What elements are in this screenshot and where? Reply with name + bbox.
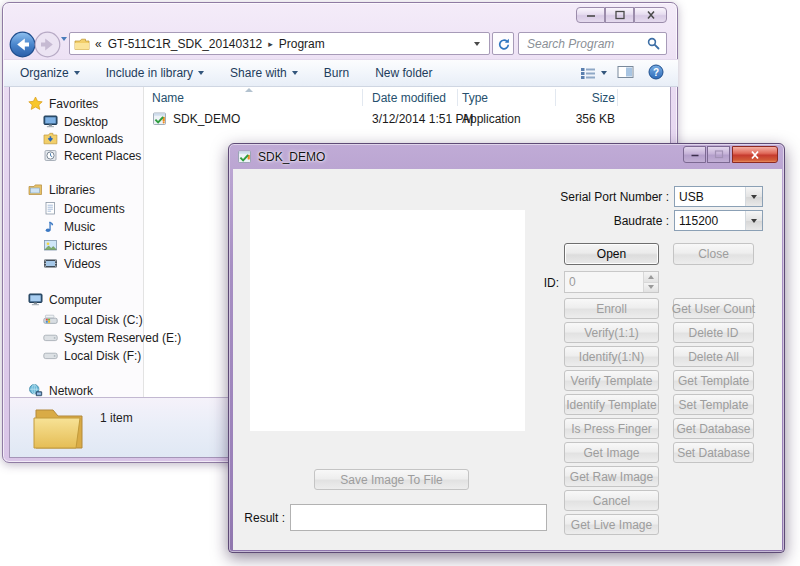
result-textbox[interactable] — [290, 504, 547, 531]
forward-button[interactable] — [34, 31, 61, 58]
serial-port-label: Serial Port Number : — [483, 190, 669, 204]
sidebar-item-pictures[interactable]: Pictures — [43, 237, 107, 254]
new-folder-button[interactable]: New folder — [375, 66, 432, 80]
get-image-button[interactable]: Get Image — [564, 442, 659, 463]
application-icon — [237, 149, 252, 164]
music-note-icon — [43, 219, 58, 234]
include-in-library-menu[interactable]: Include in library — [106, 66, 204, 80]
recent-pages-dropdown-icon[interactable] — [61, 41, 67, 59]
column-header-name[interactable]: Name — [152, 87, 184, 108]
minimize-icon[interactable] — [683, 146, 706, 163]
breadcrumb-current[interactable]: Program — [279, 37, 325, 51]
verify-template-button[interactable]: Verify Template — [564, 370, 659, 391]
sidebar-item-videos[interactable]: Videos — [43, 255, 100, 272]
big-folder-icon — [30, 404, 88, 452]
breadcrumb-separator-icon[interactable]: ▸ — [268, 39, 273, 49]
get-template-button[interactable]: Get Template — [673, 370, 754, 391]
navigation-pane: Favorites Desktop Downloads Recent Place… — [10, 87, 144, 397]
file-size: 356 KB — [544, 109, 615, 128]
preview-pane-button[interactable] — [617, 65, 634, 82]
desktop: « GT-511C1R_SDK_20140312 ▸ Program Organ… — [0, 0, 800, 566]
sort-ascending-icon — [245, 88, 253, 92]
disk-icon — [43, 348, 58, 363]
star-icon — [28, 96, 43, 111]
file-type: Application — [462, 109, 521, 128]
maximize-icon[interactable] — [605, 7, 634, 23]
sidebar-item-favorites[interactable]: Favorites — [28, 95, 98, 112]
minimize-icon[interactable] — [576, 7, 605, 23]
enroll-button[interactable]: Enroll — [564, 298, 659, 319]
get-raw-image-button[interactable]: Get Raw Image — [564, 466, 659, 487]
maximize-icon — [707, 146, 730, 163]
close-icon[interactable] — [634, 7, 667, 23]
sidebar-item-local-disk-f[interactable]: Local Disk (F:) — [43, 347, 141, 364]
delete-id-button[interactable]: Delete ID — [673, 322, 754, 343]
sidebar-item-desktop[interactable]: Desktop — [43, 113, 108, 130]
chevron-down-icon[interactable] — [745, 187, 762, 206]
verify-button[interactable]: Verify(1:1) — [564, 322, 659, 343]
burn-button[interactable]: Burn — [324, 66, 349, 80]
sidebar-item-libraries[interactable]: Libraries — [28, 181, 95, 198]
refresh-icon — [496, 37, 510, 51]
get-user-count-button[interactable]: Get User Count — [673, 298, 754, 319]
spinner-up-icon[interactable] — [644, 272, 658, 283]
recent-places-icon — [43, 148, 58, 163]
sidebar-item-documents[interactable]: Documents — [43, 200, 125, 217]
refresh-button[interactable] — [492, 32, 514, 55]
baudrate-combobox[interactable]: 115200 — [674, 210, 763, 231]
help-button[interactable]: ? — [648, 64, 664, 83]
set-template-button[interactable]: Set Template — [673, 394, 754, 415]
share-with-menu[interactable]: Share with — [230, 66, 298, 80]
network-icon — [28, 383, 43, 398]
film-icon — [43, 256, 58, 271]
search-icon[interactable] — [647, 37, 660, 50]
save-image-to-file-button[interactable]: Save Image To File — [314, 469, 469, 490]
id-label: ID: — [523, 276, 559, 290]
id-spinner[interactable]: 0 — [564, 271, 659, 293]
sidebar-item-local-disk-c[interactable]: Local Disk (C:) — [43, 311, 143, 328]
identify-template-button[interactable]: Identify Template — [564, 394, 659, 415]
sidebar-item-recent-places[interactable]: Recent Places — [43, 147, 141, 164]
get-live-image-button[interactable]: Get Live Image — [564, 514, 659, 535]
change-view-button[interactable] — [579, 66, 607, 80]
breadcrumb-root[interactable]: GT-511C1R_SDK_20140312 — [108, 37, 263, 51]
search-box — [518, 32, 667, 55]
back-button[interactable] — [9, 31, 36, 58]
dialog-client-area: Serial Port Number : USB Baudrate : 1152… — [233, 169, 782, 550]
open-button[interactable]: Open — [564, 243, 659, 265]
cancel-button[interactable]: Cancel — [564, 490, 659, 511]
close-icon[interactable] — [732, 146, 778, 163]
serial-port-combobox[interactable]: USB — [674, 186, 763, 207]
views-icon — [579, 66, 597, 80]
address-dropdown-icon[interactable] — [469, 42, 485, 46]
sdk-demo-dialog: SDK_DEMO Serial Port Number : USB Baudra… — [228, 143, 785, 553]
search-input[interactable] — [525, 36, 647, 52]
delete-all-button[interactable]: Delete All — [673, 346, 754, 367]
document-icon — [43, 201, 58, 216]
sidebar-item-music[interactable]: Music — [43, 218, 95, 235]
chevron-down-icon[interactable] — [745, 211, 762, 230]
organize-menu[interactable]: Organize — [20, 66, 80, 80]
dialog-title: SDK_DEMO — [258, 150, 325, 164]
is-press-finger-button[interactable]: Is Press Finger — [564, 418, 659, 439]
spinner-down-icon[interactable] — [644, 283, 658, 293]
sidebar-item-computer[interactable]: Computer — [28, 291, 102, 308]
navigation-bar: « GT-511C1R_SDK_20140312 ▸ Program — [3, 29, 677, 59]
id-value: 0 — [565, 272, 643, 292]
get-database-button[interactable]: Get Database — [673, 418, 754, 439]
svg-text:?: ? — [653, 66, 659, 77]
downloads-folder-icon — [43, 131, 58, 146]
address-bar[interactable]: « GT-511C1R_SDK_20140312 ▸ Program — [69, 32, 490, 55]
column-header-date-modified[interactable]: Date modified — [372, 87, 446, 108]
help-icon: ? — [648, 64, 664, 80]
column-header-type[interactable]: Type — [462, 87, 488, 108]
status-item-count: 1 item — [100, 411, 133, 425]
file-date-modified: 3/12/2014 1:51 PM — [372, 109, 473, 128]
sidebar-item-downloads[interactable]: Downloads — [43, 130, 123, 147]
identify-button[interactable]: Identify(1:N) — [564, 346, 659, 367]
result-label: Result : — [238, 511, 285, 525]
breadcrumb-overflow[interactable]: « — [95, 37, 102, 51]
close-button[interactable]: Close — [673, 243, 754, 265]
set-database-button[interactable]: Set Database — [673, 442, 754, 463]
monitor-icon — [43, 114, 58, 129]
